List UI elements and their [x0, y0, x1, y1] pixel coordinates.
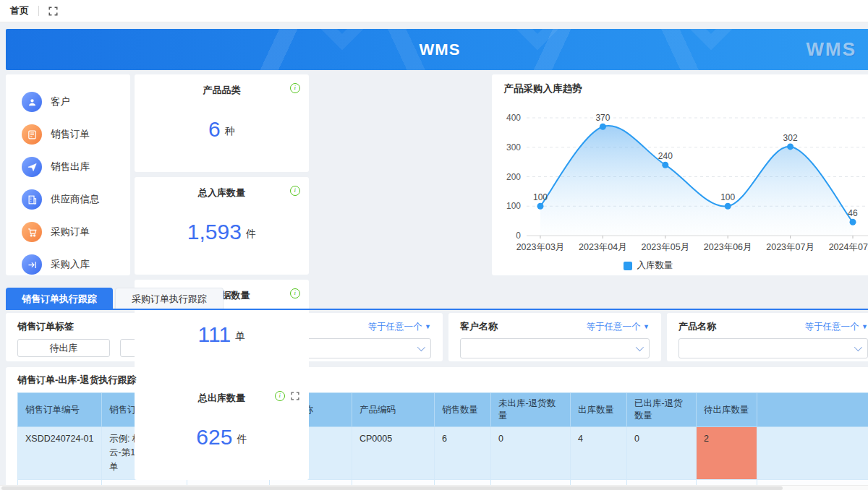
sidebar-item-sales-outbound[interactable]: 销售出库	[22, 157, 130, 177]
svg-text:240: 240	[658, 151, 673, 161]
svg-text:200: 200	[506, 172, 521, 182]
svg-text:2023年05月: 2023年05月	[642, 242, 690, 252]
filler-cell	[757, 427, 868, 480]
sales-outbound-icon	[22, 157, 42, 177]
stat-cards: 产品品类 i 6种 总入库数量 i 1,593件 业务单据数量 i 111单 总…	[135, 74, 488, 275]
sidebar-item-purchase-order[interactable]: 采购订单	[22, 222, 130, 242]
legend-item-inbound-qty[interactable]: 入库数量	[503, 259, 793, 272]
sidebar-item-label: 采购订单	[51, 225, 90, 238]
svg-text:302: 302	[783, 133, 798, 143]
topbar-divider	[38, 6, 39, 16]
svg-text:100: 100	[506, 201, 521, 211]
customer-icon	[22, 92, 42, 112]
stat-value: 111	[198, 322, 231, 347]
stat-value: 1,593	[187, 220, 242, 244]
svg-text:2023年06月: 2023年06月	[704, 242, 752, 252]
inbound-trend-chart: 01002003004002023年03月1002023年04月3702023年…	[503, 97, 868, 258]
col-header: 出库数量	[571, 393, 627, 427]
purchase-order-icon	[22, 222, 42, 242]
filter-label: 客户名称	[460, 320, 498, 333]
svg-text:370: 370	[596, 113, 610, 123]
shipped-qty-cell: 4	[571, 427, 627, 480]
sidebar-menu: 客户 销售订单 销售出库 供应商信息	[6, 74, 130, 275]
tab-sales-order-tracking[interactable]: 销售订单执行跟踪	[6, 288, 113, 310]
filter-operator-link[interactable]: 等于任意一个 ▼	[587, 321, 650, 333]
purchase-inbound-icon	[22, 254, 42, 275]
filter-operator-link[interactable]: 等于任意一个 ▼	[368, 321, 431, 333]
fullscreen-icon[interactable]	[48, 7, 58, 16]
col-header-filler	[757, 393, 868, 427]
filter-customer-name: 客户名称 等于任意一个 ▼	[448, 313, 661, 361]
sidebar-item-sales-order[interactable]: 销售订单	[22, 124, 130, 145]
sidebar-item-supplier[interactable]: 供应商信息	[22, 189, 130, 210]
info-icon[interactable]: i	[290, 186, 300, 196]
stat-card-product-categories: 产品品类 i 6种	[135, 74, 309, 172]
chart-title: 产品采购入库趋势	[503, 82, 868, 95]
filter-label: 销售订单标签	[17, 320, 74, 333]
col-header: 未出库-退货数量	[491, 393, 571, 427]
caret-down-icon: ▼	[861, 323, 868, 330]
tab-purchase-order-tracking[interactable]: 采购订单执行跟踪	[115, 288, 224, 310]
product-code-cell: CP0005	[352, 427, 435, 480]
col-header: 销售订单编号	[18, 393, 102, 427]
order-no-cell: XSDD240724-01	[18, 427, 102, 480]
tracking-tabs: 销售订单执行跟踪 采购订单执行跟踪	[6, 288, 868, 310]
filter-operator-link[interactable]: 等于任意一个 ▼	[805, 321, 868, 333]
legend-swatch	[624, 262, 632, 270]
tag-button-pending-outbound[interactable]: 待出库	[17, 339, 110, 357]
product-name-select[interactable]	[678, 338, 868, 358]
stat-unit: 单	[235, 330, 245, 343]
svg-text:0: 0	[516, 231, 522, 241]
col-header: 待出库数量	[697, 393, 757, 427]
sidebar-item-label: 客户	[51, 95, 70, 108]
not-shipped-return-qty-cell: 0	[491, 427, 571, 480]
svg-text:2023年03月: 2023年03月	[516, 242, 565, 252]
stat-card-total-outbound: 总出库数量 i 625件	[135, 382, 309, 480]
svg-text:400: 400	[506, 113, 521, 123]
stat-value: 6	[208, 117, 221, 142]
customer-name-select[interactable]	[460, 338, 650, 358]
filter-product-name: 产品名称 等于任意一个 ▼	[667, 313, 868, 361]
sidebar-item-label: 供应商信息	[51, 193, 100, 206]
chevron-down-icon	[636, 343, 644, 351]
caret-down-icon: ▼	[425, 323, 431, 330]
chevron-down-icon	[417, 343, 425, 351]
stat-title: 总入库数量	[135, 177, 309, 199]
supplier-icon	[22, 189, 42, 210]
chevron-down-icon	[854, 343, 862, 351]
tab-home[interactable]: 首页	[10, 4, 29, 17]
stat-unit: 件	[246, 228, 256, 241]
sales-order-icon	[22, 124, 42, 145]
col-header: 已出库-退货数量	[627, 393, 697, 427]
banner: WMS WMS	[6, 29, 868, 70]
horizontal-scrollbar[interactable]	[0, 485, 868, 490]
stat-title: 产品品类	[135, 74, 309, 97]
scrollbar-thumb[interactable]	[1, 486, 783, 490]
filter-label: 产品名称	[678, 320, 716, 333]
svg-text:2023年04月: 2023年04月	[579, 242, 628, 252]
svg-text:300: 300	[506, 142, 521, 152]
shipped-return-qty-cell: 0	[627, 427, 697, 480]
svg-text:2023年07月: 2023年07月	[767, 242, 815, 252]
pending-qty-cell: 2	[697, 427, 757, 480]
legend-label: 入库数量	[637, 259, 673, 272]
expand-icon[interactable]	[291, 392, 300, 401]
svg-text:100: 100	[533, 192, 548, 202]
banner-title: WMS	[6, 29, 868, 70]
stat-unit: 种	[225, 125, 235, 138]
svg-text:2024年07月: 2024年07月	[829, 242, 868, 252]
sidebar-item-label: 销售出库	[51, 160, 90, 173]
sales-qty-cell: 6	[435, 427, 491, 480]
sidebar-item-customer[interactable]: 客户	[22, 92, 130, 112]
stat-unit: 件	[237, 433, 247, 446]
svg-text:100: 100	[721, 192, 736, 202]
info-icon[interactable]: i	[290, 83, 300, 93]
info-icon[interactable]: i	[275, 391, 285, 401]
trend-chart-card: 产品采购入库趋势 01002003004002023年03月1002023年04…	[492, 74, 868, 275]
sidebar-item-label: 采购入库	[51, 258, 90, 271]
stat-card-total-inbound: 总入库数量 i 1,593件	[135, 177, 309, 275]
svg-text:46: 46	[848, 208, 859, 218]
sidebar-item-purchase-inbound[interactable]: 采购入库	[22, 254, 130, 275]
caret-down-icon: ▼	[643, 323, 650, 330]
sidebar-item-label: 销售订单	[51, 128, 90, 141]
